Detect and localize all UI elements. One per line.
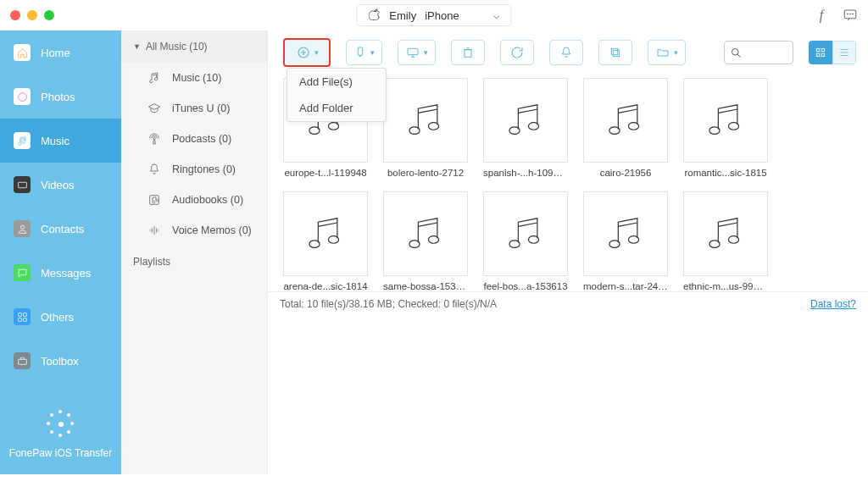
sidebar-item-photos[interactable]: Photos [0, 75, 121, 119]
data-lost-link[interactable]: Data lost? [810, 298, 856, 310]
list-view-button[interactable] [832, 41, 856, 64]
subnav-item[interactable]: Music (10) [121, 63, 267, 93]
file-card[interactable]: bolero-lento-2712 [383, 78, 468, 178]
subnav-item[interactable]: Podcasts (0) [121, 124, 267, 154]
sidebar-item-label: Messages [41, 267, 91, 279]
svg-rect-18 [613, 50, 619, 56]
file-card[interactable]: same-bossa-153213 [383, 191, 468, 291]
music-thumbnail-icon [683, 78, 768, 163]
file-card[interactable]: arena-de...sic-1814 [283, 191, 368, 291]
add-files-item[interactable]: Add File(s) [287, 69, 386, 95]
svg-point-2 [850, 14, 851, 14]
music-note-icon [147, 70, 162, 86]
file-card[interactable]: feel-bos...a-153613 [483, 191, 568, 291]
svg-rect-7 [18, 313, 21, 316]
device-owner: Emily [389, 9, 416, 22]
maximize-window-button[interactable] [44, 10, 54, 20]
brand-label: FonePaw iOS Transfer [0, 447, 121, 459]
music-icon [14, 132, 31, 149]
svg-rect-8 [23, 313, 26, 316]
music-thumbnail-icon [483, 78, 568, 163]
svg-point-36 [328, 236, 338, 244]
music-thumbnail-icon [383, 78, 468, 163]
refresh-button[interactable] [500, 40, 534, 65]
chevron-down-icon: ▾ [674, 48, 678, 57]
graduation-icon [147, 101, 162, 116]
subnav-item[interactable]: Voice Memos (0) [121, 215, 267, 246]
sidebar-item-messages[interactable]: Messages [0, 251, 121, 295]
sidebar: HomePhotosMusicVideosContactsMessagesOth… [0, 30, 121, 474]
sidebar-item-label: Photos [41, 91, 75, 103]
snowflake-icon [47, 410, 75, 439]
ringtone-button[interactable] [549, 40, 583, 65]
file-card[interactable]: romantic...sic-1815 [683, 78, 768, 178]
subnav-item-label: Music (10) [172, 72, 221, 84]
feedback-icon[interactable] [843, 8, 858, 23]
svg-rect-19 [611, 48, 617, 54]
subnav-item[interactable]: Ringtones (0) [121, 154, 267, 185]
file-name: ethnic-m...us-99285 [683, 281, 768, 291]
music-thumbnail-icon [683, 191, 768, 276]
sidebar-item-toolbox[interactable]: Toolbox [0, 339, 121, 383]
svg-rect-5 [18, 182, 26, 188]
device-selector[interactable]: Emily iPhone ⌵ [356, 4, 511, 26]
minimize-window-button[interactable] [27, 10, 37, 20]
sidebar-item-home[interactable]: Home [0, 30, 121, 75]
file-name: romantic...sic-1815 [683, 168, 768, 178]
add-folder-item[interactable]: Add Folder [287, 95, 386, 121]
svg-point-35 [309, 241, 320, 248]
file-name: bolero-lento-2712 [383, 168, 468, 178]
subnav-item[interactable]: iTunes U (0) [121, 93, 267, 124]
svg-point-28 [428, 123, 438, 130]
file-card[interactable]: modern-s...tar-2469 [583, 191, 668, 291]
subnav-item[interactable]: Audiobooks (0) [121, 185, 267, 215]
file-card[interactable]: spanish-...h-109195 [483, 78, 568, 178]
grid-view-button[interactable] [809, 41, 832, 64]
facebook-icon[interactable]: f [814, 8, 829, 23]
duplicate-button[interactable] [598, 40, 632, 65]
svg-point-12 [153, 137, 156, 140]
svg-point-37 [409, 241, 420, 248]
chevron-down-icon: ▾ [424, 48, 428, 57]
svg-rect-11 [18, 359, 26, 364]
folder-button[interactable]: ▾ [648, 40, 686, 65]
close-window-button[interactable] [10, 10, 20, 20]
subnav-item-label: iTunes U (0) [172, 102, 230, 114]
svg-point-41 [609, 241, 620, 248]
file-card[interactable]: ethnic-m...us-99285 [683, 191, 768, 291]
triangle-down-icon: ▼ [133, 42, 141, 51]
add-button[interactable]: ▾ [283, 38, 331, 67]
svg-point-39 [509, 241, 520, 248]
svg-point-4 [18, 92, 26, 101]
svg-rect-17 [465, 50, 471, 58]
device-model: iPhone [425, 9, 459, 22]
file-card[interactable]: cairo-21956 [583, 78, 668, 178]
podcast-icon [147, 131, 162, 147]
delete-button[interactable] [451, 40, 485, 65]
chevron-down-icon: ▾ [370, 48, 375, 57]
export-to-device-button[interactable]: ▾ [346, 40, 382, 65]
search-input[interactable] [724, 41, 793, 64]
svg-point-34 [728, 123, 738, 130]
svg-point-27 [409, 127, 420, 135]
svg-rect-21 [816, 48, 820, 52]
toolbar: ▾ ▾ ▾ ▾ [268, 30, 868, 69]
sidebar-item-label: Home [41, 47, 70, 59]
sidebar-item-others[interactable]: Others [0, 295, 121, 339]
export-to-pc-button[interactable]: ▾ [398, 40, 436, 65]
sidebar-item-music[interactable]: Music [0, 119, 121, 163]
svg-point-26 [328, 123, 338, 130]
music-thumbnail-icon [483, 191, 568, 276]
view-toggle [809, 41, 856, 64]
apple-icon [369, 8, 381, 23]
svg-point-42 [628, 236, 638, 244]
subnav-heading[interactable]: ▼ All Music (10) [121, 30, 267, 63]
music-thumbnail-icon [383, 191, 468, 276]
svg-point-44 [728, 236, 738, 244]
bell-icon [147, 162, 162, 177]
svg-point-40 [528, 236, 538, 244]
sidebar-item-videos[interactable]: Videos [0, 163, 121, 207]
sidebar-item-label: Contacts [41, 223, 84, 235]
others-icon [14, 308, 31, 325]
sidebar-item-contacts[interactable]: Contacts [0, 207, 121, 251]
